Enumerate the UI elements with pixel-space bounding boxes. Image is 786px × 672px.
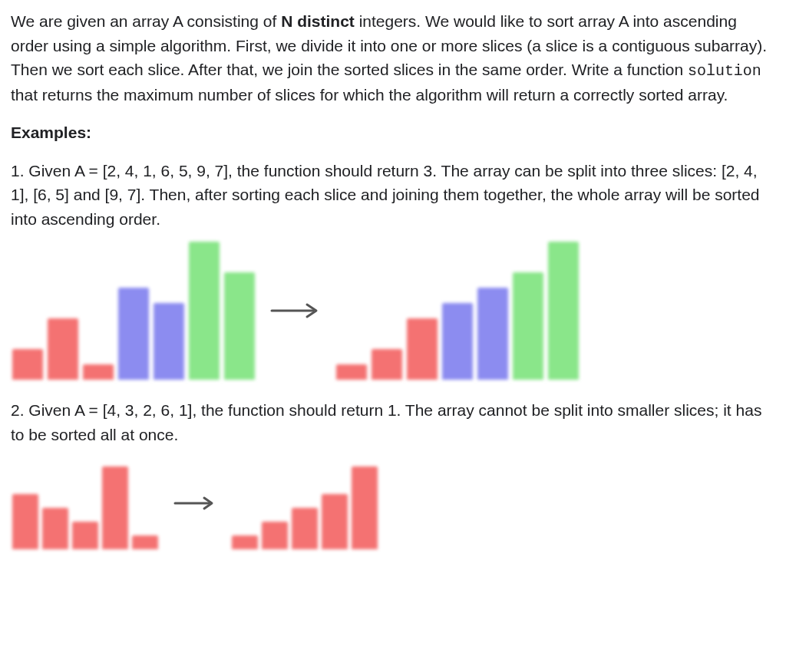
- problem-text-c: that returns the maximum number of slice…: [11, 86, 728, 104]
- example-2-chart-before: [12, 466, 158, 549]
- chart-bar: [48, 318, 78, 380]
- chart-bar: [292, 508, 318, 549]
- chart-bar: [118, 288, 149, 380]
- example-2-text: 2. Given A = [4, 3, 2, 6, 1], the functi…: [11, 398, 775, 446]
- chart-bar: [12, 349, 43, 380]
- problem-statement: We are given an array A consisting of N …: [11, 9, 775, 107]
- arrow-right-icon: [269, 301, 322, 320]
- chart-bar: [12, 494, 38, 549]
- chart-bar: [232, 535, 258, 549]
- chart-bar: [262, 522, 288, 549]
- chart-bar: [372, 349, 402, 380]
- chart-bar: [477, 288, 508, 380]
- chart-bar: [189, 242, 220, 380]
- example-1-chart-row: [12, 242, 775, 380]
- example-1-chart-before: [12, 242, 255, 380]
- problem-bold-n-distinct: N distinct: [281, 12, 355, 30]
- example-1-text: 1. Given A = [2, 4, 1, 6, 5, 9, 7], the …: [11, 159, 775, 232]
- chart-bar: [513, 272, 543, 380]
- chart-bar: [83, 364, 114, 380]
- chart-bar: [322, 494, 348, 549]
- example-2-chart-row: [12, 457, 775, 549]
- examples-heading: Examples:: [11, 120, 775, 145]
- problem-text-a: We are given an array A consisting of: [11, 12, 281, 30]
- chart-bar: [442, 303, 473, 380]
- chart-bar: [336, 364, 367, 380]
- example-1-chart-after: [336, 242, 579, 380]
- chart-bar: [102, 466, 128, 549]
- arrow-right-icon: [172, 495, 218, 512]
- chart-bar: [42, 508, 68, 549]
- chart-bar: [548, 242, 579, 380]
- chart-bar: [154, 303, 184, 380]
- chart-bar: [224, 272, 255, 380]
- arrow-between-charts-2: [172, 457, 218, 549]
- example-2-chart-after: [232, 466, 378, 549]
- problem-code-solution: solution: [688, 62, 761, 80]
- chart-bar: [407, 318, 438, 380]
- chart-bar: [72, 522, 98, 549]
- chart-bar: [352, 466, 378, 549]
- chart-bar: [132, 535, 158, 549]
- arrow-between-charts-1: [269, 242, 322, 380]
